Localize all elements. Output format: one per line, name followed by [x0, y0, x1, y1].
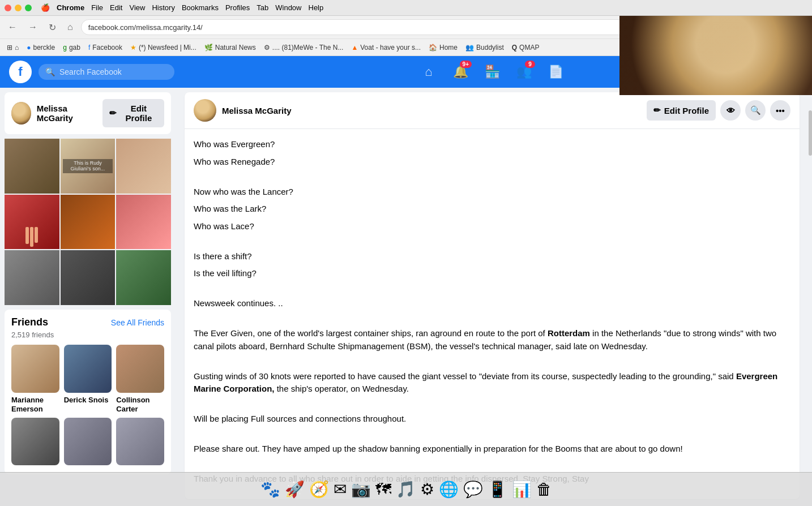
help-menu[interactable]: Help	[309, 3, 324, 12]
bookmark-mewe[interactable]: ⚙ .... (81)MeWe - The N...	[262, 42, 346, 53]
bookmark-facebook[interactable]: f Facebook	[86, 42, 125, 53]
friend-card[interactable]: Derick Snois	[64, 345, 112, 413]
post-line-1: Who was Evergreen?	[194, 138, 790, 151]
home-nav-button[interactable]: ⌂	[415, 58, 442, 85]
minimize-button[interactable]	[15, 5, 22, 11]
photo-2[interactable]: This is Rudy Giuliani's son...	[61, 139, 116, 194]
bookmark-home[interactable]: 🏠 Home	[426, 42, 460, 53]
edit-menu[interactable]: Edit	[110, 3, 122, 12]
view-button[interactable]: 👁	[720, 100, 741, 121]
left-sidebar: Melissa McGarity ✏ Edit Profile This is …	[0, 88, 176, 506]
friends-title: Friends	[11, 316, 48, 328]
bookmark-voat[interactable]: ▲ Voat - have your s...	[349, 42, 423, 53]
photo-6[interactable]	[116, 195, 171, 250]
pencil-icon-2: ✏	[653, 105, 661, 115]
window-menu[interactable]: Window	[275, 3, 301, 12]
video-overlay	[619, 16, 812, 95]
photo-3[interactable]	[116, 139, 171, 194]
bookmark-apps[interactable]: ⊞ ⌂	[5, 42, 21, 53]
dock-music[interactable]: 🎵	[396, 480, 416, 499]
view-menu[interactable]: View	[129, 3, 145, 12]
store-icon: 🏪	[485, 65, 500, 79]
notifications-button[interactable]: 🔔 9+	[447, 58, 474, 85]
friend-card[interactable]	[11, 418, 59, 468]
main-feed: Melissa McGarity ✏ Edit Profile 👁 🔍	[176, 88, 809, 506]
dock-maps[interactable]: 🗺	[375, 480, 391, 499]
post-line-4: Who was the Lark?	[194, 203, 790, 216]
bookmark-qmap[interactable]: Q QMAP	[510, 42, 542, 53]
bookmarks-menu[interactable]: Bookmarks	[182, 3, 219, 12]
search-bar[interactable]: 🔍	[39, 64, 174, 80]
bookmark-newsfeed[interactable]: ★ (*) Newsfeed | Mi...	[128, 42, 199, 53]
marketplace-button[interactable]: 🏪	[478, 58, 506, 85]
maximize-button[interactable]	[25, 5, 32, 11]
dock-safari[interactable]: 🧭	[309, 480, 329, 499]
pages-button[interactable]: 📄	[542, 58, 569, 85]
edit-profile-label: Edit Profile	[120, 104, 157, 123]
post-line-3: Now who was the Lancer?	[194, 186, 790, 199]
back-button[interactable]: ←	[5, 21, 20, 33]
file-menu[interactable]: File	[91, 3, 103, 12]
naturalnews-icon: 🌿	[204, 44, 213, 52]
gab-icon: g	[63, 44, 67, 52]
bookmark-naturalnews[interactable]: 🌿 Natural News	[202, 42, 258, 53]
bookmark-gab[interactable]: g gab	[61, 42, 83, 53]
dock-facetime[interactable]: 📱	[488, 480, 507, 499]
friend-name-2: Derick Snois	[64, 396, 109, 404]
friend-name-3: Collinson Carter	[116, 396, 149, 413]
dock-mail[interactable]: ✉	[334, 480, 347, 499]
pencil-icon: ✏	[109, 108, 117, 118]
more-options-button[interactable]: •••	[770, 100, 790, 121]
photo-9[interactable]	[116, 250, 171, 305]
photo-8[interactable]	[61, 250, 116, 305]
qmap-icon: Q	[512, 44, 517, 52]
chrome-menu[interactable]: Chrome	[57, 3, 84, 12]
edit-profile-button[interactable]: ✏ Edit Profile	[102, 99, 164, 127]
dock-activity[interactable]: 📊	[512, 480, 532, 499]
photo-5[interactable]	[61, 195, 116, 250]
mac-window-controls[interactable]	[5, 5, 32, 11]
friend-card[interactable]	[64, 418, 112, 468]
friend-card[interactable]: Collinson Carter	[116, 345, 164, 413]
see-all-friends-link[interactable]: See All Friends	[111, 318, 164, 327]
forward-button[interactable]: →	[25, 21, 41, 33]
dock-launchpad[interactable]: 🚀	[285, 480, 305, 499]
scroll-thumb[interactable]	[809, 110, 812, 156]
friend-name-1: Marianne Emerson	[11, 396, 44, 413]
dock-photos[interactable]: 📷	[351, 480, 371, 499]
eye-icon: 👁	[726, 106, 735, 115]
close-button[interactable]	[5, 5, 11, 11]
tab-menu[interactable]: Tab	[257, 3, 268, 12]
dock-system-prefs[interactable]: ⚙	[420, 480, 434, 499]
dock-trash[interactable]: 🗑	[536, 480, 552, 499]
friend-photo-5	[64, 418, 112, 466]
friend-card[interactable]: Marianne Emerson	[11, 345, 59, 413]
friend-card[interactable]	[116, 418, 164, 468]
history-menu[interactable]: History	[152, 3, 174, 12]
photo-1[interactable]	[5, 139, 59, 194]
scroll-indicator[interactable]	[809, 88, 812, 506]
friends-grid: Marianne Emerson Derick Snois Collinson …	[11, 345, 164, 468]
dock-chrome[interactable]: 🌐	[439, 480, 459, 499]
address-bar[interactable]: facebook.com/melissa.mcgarity.14/	[81, 19, 687, 35]
photo-4[interactable]	[5, 195, 59, 250]
bookmark-buddylist[interactable]: 👥 Buddylist	[463, 42, 506, 53]
apple-menu[interactable]: 🍎	[41, 3, 50, 12]
dock-messages[interactable]: 💬	[463, 480, 483, 499]
bookmark-berckle[interactable]: ● berckle	[24, 42, 57, 53]
profiles-menu[interactable]: Profiles	[225, 3, 250, 12]
search-input[interactable]	[59, 67, 168, 76]
notifications-badge: 9+	[460, 61, 472, 68]
post-line-sources: Will be placing Full sources and connect…	[194, 413, 790, 426]
home-button[interactable]: ⌂	[64, 21, 76, 33]
friend-photo-6	[116, 418, 164, 466]
dock-finder[interactable]: 🐾	[260, 480, 280, 499]
refresh-button[interactable]: ↻	[45, 21, 59, 34]
mac-titlebar: 🍎 Chrome File Edit View History Bookmark…	[0, 0, 812, 16]
photo-7[interactable]	[5, 250, 59, 305]
edit-profile-btn-2[interactable]: ✏ Edit Profile	[647, 100, 716, 121]
post-line-6: Is there a shift?	[194, 250, 790, 263]
page-content: Melissa McGarity ✏ Edit Profile This is …	[0, 88, 812, 506]
friends-button[interactable]: 👥 9	[510, 58, 537, 85]
search-profile-button[interactable]: 🔍	[745, 100, 766, 121]
